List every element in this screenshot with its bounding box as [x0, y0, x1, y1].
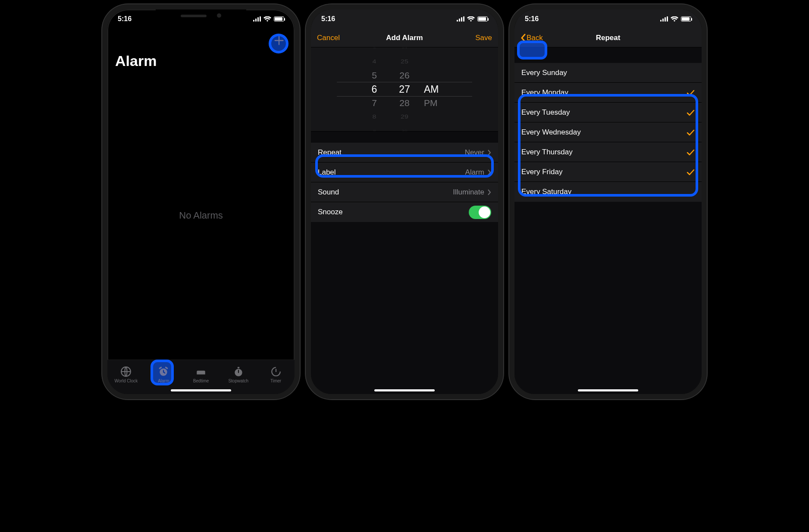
repeat-day-row[interactable]: Every Saturday [514, 182, 702, 202]
bed-icon [195, 366, 207, 377]
signal-icon [457, 16, 464, 22]
repeat-day-row[interactable]: Every Tuesday [514, 103, 702, 122]
tab-label: World Clock [115, 379, 138, 383]
repeat-day-row[interactable]: Every Monday [514, 83, 702, 103]
nav-title: Repeat [596, 34, 621, 42]
repeat-days-list: Every SundayEvery MondayEvery TuesdayEve… [514, 63, 702, 202]
day-label: Every Saturday [521, 188, 571, 196]
tab-alarm[interactable]: Alarm [150, 366, 177, 383]
day-label: Every Friday [521, 168, 562, 176]
battery-icon [681, 16, 691, 22]
tab-timer[interactable]: Timer [262, 366, 290, 383]
chevron-right-icon [488, 150, 491, 156]
globe-icon [120, 366, 132, 377]
home-indicator[interactable] [578, 389, 638, 391]
phone-frame-1: 5:16 Alarm No Alarms World Clock Alarm [102, 4, 300, 399]
wifi-icon [671, 16, 678, 22]
battery-icon [477, 16, 488, 22]
day-label: Every Tuesday [521, 108, 570, 117]
row-label: Label [318, 168, 336, 177]
svg-rect-3 [197, 373, 205, 374]
tab-label: Stopwatch [228, 379, 248, 383]
wifi-icon [263, 16, 271, 22]
home-indicator[interactable] [171, 389, 231, 391]
alarm-icon [158, 366, 169, 377]
row-value: Alarm [465, 168, 484, 177]
battery-icon [274, 16, 284, 22]
tab-label: Alarm [158, 379, 169, 383]
alarm-options-list: Repeat Never Label Alarm Sound Illuminat… [311, 143, 498, 222]
signal-icon [660, 16, 668, 22]
repeat-day-row[interactable]: Every Thursday [514, 142, 702, 162]
checkmark-icon [686, 168, 695, 176]
chevron-right-icon [488, 189, 491, 195]
row-snooze: Snooze [311, 202, 498, 222]
status-time: 5:16 [118, 15, 132, 23]
status-time: 5:16 [321, 15, 335, 23]
wifi-icon [467, 16, 475, 22]
phone-frame-3: 5:16 Back Repeat Every SundayEvery Monda… [509, 4, 707, 399]
phone-frame-2: 5:16 Cancel Add Alarm Save 3 4 5 6 7 8 9 [306, 4, 503, 399]
status-bar: 5:16 [107, 9, 295, 28]
day-label: Every Thursday [521, 148, 573, 156]
checkmark-icon [686, 108, 695, 117]
snooze-toggle[interactable] [469, 206, 491, 219]
row-sound[interactable]: Sound Illuminate [311, 182, 498, 202]
signal-icon [253, 16, 261, 22]
stopwatch-icon [233, 366, 244, 377]
row-label: Sound [318, 188, 339, 197]
tab-bar: World Clock Alarm Bedtime Stopwatch Time… [107, 360, 295, 394]
checkmark-icon [686, 128, 695, 137]
save-button[interactable]: Save [462, 34, 492, 42]
empty-state-text: No Alarms [107, 71, 295, 360]
status-time: 5:16 [525, 15, 539, 23]
day-label: Every Sunday [521, 69, 567, 77]
row-label: Repeat [318, 148, 342, 157]
row-label: Snooze [318, 208, 343, 216]
repeat-day-row[interactable]: Every Wednesday [514, 122, 702, 142]
tab-world-clock[interactable]: World Clock [112, 366, 140, 383]
row-value: Never [465, 148, 484, 157]
day-label: Every Monday [521, 88, 568, 97]
tab-stopwatch[interactable]: Stopwatch [225, 366, 252, 383]
add-alarm-button[interactable] [271, 33, 287, 48]
chevron-left-icon [521, 34, 526, 42]
status-bar: 5:16 [311, 9, 498, 28]
checkmark-icon [686, 148, 695, 156]
time-picker[interactable]: 3 4 5 6 7 8 9 24 25 26 27 28 29 30 [311, 47, 498, 131]
timer-icon [270, 366, 282, 377]
checkmark-icon [686, 88, 695, 97]
back-button[interactable]: Back [521, 34, 551, 42]
cancel-button[interactable]: Cancel [317, 34, 347, 42]
repeat-day-row[interactable]: Every Sunday [514, 63, 702, 83]
home-indicator[interactable] [374, 389, 435, 391]
tab-bedtime[interactable]: Bedtime [187, 366, 215, 383]
day-label: Every Wednesday [521, 128, 581, 137]
svg-rect-5 [238, 367, 239, 368]
tab-label: Timer [270, 379, 281, 383]
repeat-day-row[interactable]: Every Friday [514, 162, 702, 182]
status-bar: 5:16 [514, 9, 702, 28]
row-repeat[interactable]: Repeat Never [311, 143, 498, 163]
page-title: Alarm [115, 53, 287, 69]
tab-label: Bedtime [193, 379, 209, 383]
row-label[interactable]: Label Alarm [311, 163, 498, 182]
row-value: Illuminate [453, 188, 484, 197]
chevron-right-icon [488, 169, 491, 175]
